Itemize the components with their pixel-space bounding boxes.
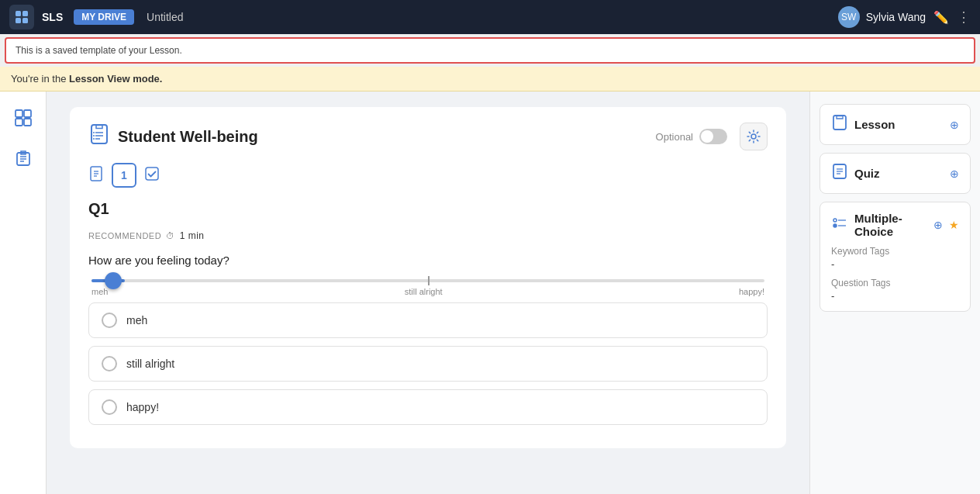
svg-point-18 [93, 138, 95, 140]
slider-track[interactable] [91, 279, 764, 282]
svg-rect-3 [22, 18, 28, 23]
answer-option-meh[interactable]: meh [88, 302, 768, 338]
svg-point-19 [751, 134, 756, 139]
keyword-tags-value: - [831, 258, 959, 270]
sidebar-icon-clipboard[interactable] [9, 144, 37, 172]
mc-star-icon[interactable]: ★ [949, 219, 959, 231]
app-logo [9, 5, 34, 29]
card-header: Student Well-being Optional [88, 123, 768, 150]
optional-label: Optional [656, 131, 693, 143]
edit-icon[interactable]: ✏️ [933, 10, 949, 25]
mc-panel-card[interactable]: Multiple-Choice ⊕ ★ Keyword Tags - Quest… [820, 202, 971, 312]
card-toolbar: 1 [88, 163, 768, 188]
lesson-panel-card[interactable]: Lesson ⊕ [820, 104, 971, 145]
radio-circle [102, 399, 117, 415]
answer-text: meh [126, 314, 147, 326]
sls-brand-label: SLS [42, 11, 63, 23]
question-tags-value: - [831, 290, 959, 302]
answer-options: meh still alright happy! [88, 302, 768, 425]
svg-point-17 [93, 135, 95, 136]
answer-text: still alright [126, 358, 174, 370]
lesson-view-bar: You're in the Lesson View mode. [0, 67, 980, 92]
svg-rect-7 [24, 119, 31, 126]
slider-container[interactable]: meh still alright happy! [88, 279, 768, 296]
mc-zoom-icon[interactable]: ⊕ [933, 219, 943, 231]
question-text: How are you feeling today? [88, 254, 768, 267]
lesson-view-prefix: You're in the [11, 73, 69, 85]
card-icon [88, 123, 110, 150]
left-sidebar [0, 92, 47, 494]
lesson-view-mode: Lesson View mode. [69, 73, 162, 85]
main-layout: Student Well-being Optional [0, 92, 980, 494]
slider-label-left: meh [91, 287, 108, 296]
answer-option-happy[interactable]: happy! [88, 389, 768, 425]
svg-rect-12 [91, 125, 107, 143]
answer-text: happy! [126, 401, 159, 413]
slider-tick [428, 276, 430, 285]
optional-toggle[interactable] [699, 129, 727, 144]
svg-rect-2 [16, 18, 21, 23]
user-name: Sylvia Wang [866, 11, 926, 23]
mydrive-button[interactable]: MY DRIVE [74, 9, 134, 25]
time-label: 1 min [180, 230, 205, 241]
document-title: Untitled [147, 11, 183, 23]
q-label: Q1 [88, 200, 768, 218]
svg-rect-4 [16, 110, 22, 117]
recommended-label: RECOMMENDED [88, 231, 161, 240]
svg-rect-25 [833, 116, 846, 130]
lesson-card-header: Lesson ⊕ [831, 114, 959, 135]
recommended-row: RECOMMENDED ⏱ 1 min [88, 230, 768, 241]
avatar: SW [838, 6, 860, 28]
svg-point-30 [833, 219, 837, 222]
keyword-tags-label: Keyword Tags [831, 246, 959, 257]
svg-rect-6 [16, 119, 22, 126]
quiz-card-title: Quiz [854, 167, 944, 180]
question-tags-label: Question Tags [831, 278, 959, 288]
quiz-panel-icon [831, 163, 848, 184]
keyword-tags-section: Keyword Tags - [831, 246, 959, 270]
lesson-panel-icon [831, 114, 848, 135]
answer-option-still-alright[interactable]: still alright [88, 346, 768, 382]
svg-point-31 [833, 224, 837, 227]
notification-bar: This is a saved template of your Lesson. [5, 37, 975, 64]
svg-rect-24 [146, 168, 158, 180]
top-navigation: SLS MY DRIVE Untitled SW Sylvia Wang ✏️ … [0, 0, 980, 34]
question-card: Student Well-being Optional [70, 107, 786, 448]
slider-label-right: happy! [739, 287, 764, 296]
lesson-zoom-icon[interactable]: ⊕ [950, 119, 959, 131]
more-icon[interactable]: ⋮ [957, 9, 971, 26]
check-icon[interactable] [144, 166, 160, 185]
svg-point-16 [93, 132, 95, 133]
notification-text: This is a saved template of your Lesson. [16, 45, 182, 56]
svg-rect-0 [16, 11, 21, 16]
svg-rect-1 [22, 11, 28, 16]
question-tags-section: Question Tags - [831, 278, 959, 302]
lesson-card-title: Lesson [854, 118, 944, 131]
slider-labels: meh still alright happy! [91, 287, 764, 296]
sidebar-icon-components[interactable] [9, 104, 37, 132]
mc-card-header: Multiple-Choice ⊕ ★ [831, 212, 959, 238]
slider-label-middle: still alright [405, 287, 443, 296]
quiz-zoom-icon[interactable]: ⊕ [950, 168, 959, 180]
question-number-badge: 1 [112, 163, 136, 188]
svg-rect-5 [24, 110, 31, 117]
right-panel: Lesson ⊕ Quiz ⊕ [809, 92, 980, 494]
mc-card-title: Multiple-Choice [854, 212, 927, 238]
user-info: SW Sylvia Wang [838, 6, 926, 28]
quiz-card-header: Quiz ⊕ [831, 163, 959, 184]
radio-circle [102, 313, 117, 328]
gear-button[interactable] [740, 123, 768, 150]
quiz-panel-card[interactable]: Quiz ⊕ [820, 153, 971, 194]
card-title: Student Well-being [118, 128, 656, 146]
document-icon[interactable] [88, 166, 104, 185]
content-area: Student Well-being Optional [47, 92, 809, 494]
time-icon: ⏱ [166, 231, 175, 240]
radio-circle [102, 356, 117, 371]
mc-panel-icon [831, 215, 848, 236]
